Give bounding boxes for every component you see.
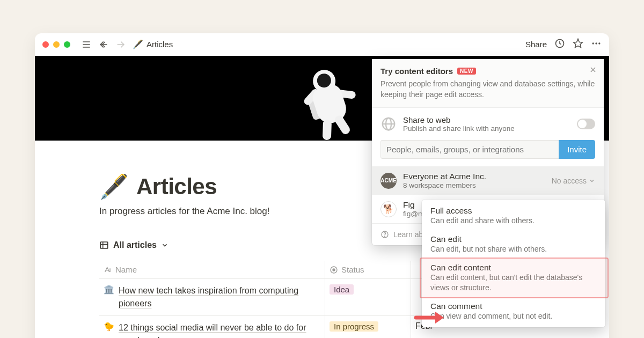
svg-point-6 [592, 42, 594, 44]
status-badge: Idea [330, 284, 354, 295]
svg-rect-9 [100, 242, 108, 248]
new-badge: NEW [457, 68, 476, 75]
page-title-text: Articles [136, 174, 217, 200]
nav-forward-icon[interactable] [114, 38, 127, 51]
svg-marker-22 [435, 312, 444, 324]
permission-menu: Full access Can edit and share with othe… [422, 200, 605, 327]
banner-title: Try content editors [380, 67, 453, 76]
column-name[interactable]: Name [99, 261, 325, 278]
updates-icon[interactable] [554, 38, 565, 51]
nav-back-icon[interactable] [97, 38, 110, 51]
arrow-annotation [414, 310, 444, 327]
breadcrumb-title: Articles [147, 40, 173, 49]
share-popover: Try content editors NEW Prevent people f… [372, 59, 604, 245]
invite-button[interactable]: Invite [559, 140, 595, 159]
share-item-name: Fig [403, 200, 424, 210]
chevron-down-icon [589, 178, 595, 184]
breadcrumb[interactable]: 🖋️ Articles [133, 39, 173, 49]
row-emoji-icon: 🐤 [104, 321, 114, 332]
app-window: 🖋️ Articles Share 🖋️ Articles In progres… [35, 33, 609, 338]
view-name: All articles [113, 240, 157, 250]
share-web-subtitle: Publish and share link with anyone [403, 124, 515, 133]
banner-description: Prevent people from changing view and da… [380, 79, 595, 100]
svg-point-20 [384, 236, 385, 237]
window-controls [42, 41, 70, 48]
table-view-icon [99, 240, 109, 250]
share-to-web-row[interactable]: Share to web Publish and share link with… [372, 108, 604, 140]
more-icon[interactable] [591, 38, 602, 51]
share-item-name: Everyone at Acme Inc. [403, 172, 486, 181]
help-icon [380, 230, 389, 239]
svg-point-7 [595, 42, 597, 44]
invite-input[interactable] [380, 140, 559, 159]
text-icon [104, 266, 112, 274]
close-window-icon[interactable] [42, 41, 49, 48]
share-button[interactable]: Share [525, 40, 547, 49]
column-status[interactable]: Status [325, 261, 411, 278]
share-web-toggle[interactable] [577, 119, 595, 129]
perm-option-can-edit[interactable]: Can edit Can edit, but not share with ot… [422, 230, 605, 259]
favorite-icon[interactable] [573, 38, 583, 51]
globe-icon [380, 116, 397, 132]
perm-option-full-access[interactable]: Full access Can edit and share with othe… [422, 202, 605, 230]
close-icon[interactable] [589, 65, 597, 76]
titlebar: 🖋️ Articles Share [35, 33, 609, 56]
share-item-sub: 8 workspace members [403, 181, 486, 189]
row-title: 12 things social media will never be abl… [119, 321, 320, 338]
popover-banner: Try content editors NEW Prevent people f… [372, 59, 604, 108]
minimize-window-icon[interactable] [53, 41, 60, 48]
row-title: How new tech takes inspiration from comp… [119, 284, 320, 310]
svg-point-13 [332, 268, 335, 271]
pen-icon: 🖋️ [133, 39, 143, 49]
share-item-everyone[interactable]: ACME Everyone at Acme Inc. 8 workspace m… [372, 166, 604, 195]
status-icon [330, 266, 338, 274]
page-emoji-icon[interactable]: 🖋️ [99, 173, 129, 201]
chevron-down-icon [161, 241, 169, 249]
share-web-title: Share to web [403, 115, 515, 124]
astronaut-illustration [287, 56, 378, 141]
maximize-window-icon[interactable] [64, 41, 70, 48]
svg-marker-5 [574, 39, 583, 47]
perm-option-can-edit-content[interactable]: Can edit content Can edit content, but c… [422, 259, 605, 297]
avatar: 🐕 [380, 201, 397, 217]
status-badge: In progress [330, 321, 378, 332]
invite-row: Invite [372, 140, 604, 166]
svg-point-8 [598, 42, 600, 44]
permission-dropdown[interactable]: No access [552, 177, 595, 185]
avatar: ACME [380, 173, 397, 189]
row-emoji-icon: 🏛️ [104, 284, 114, 295]
share-item-sub: fig@m [403, 210, 424, 218]
sidebar-toggle-icon[interactable] [80, 38, 93, 51]
perm-option-can-comment[interactable]: Can comment Can view and comment, but no… [422, 297, 605, 326]
